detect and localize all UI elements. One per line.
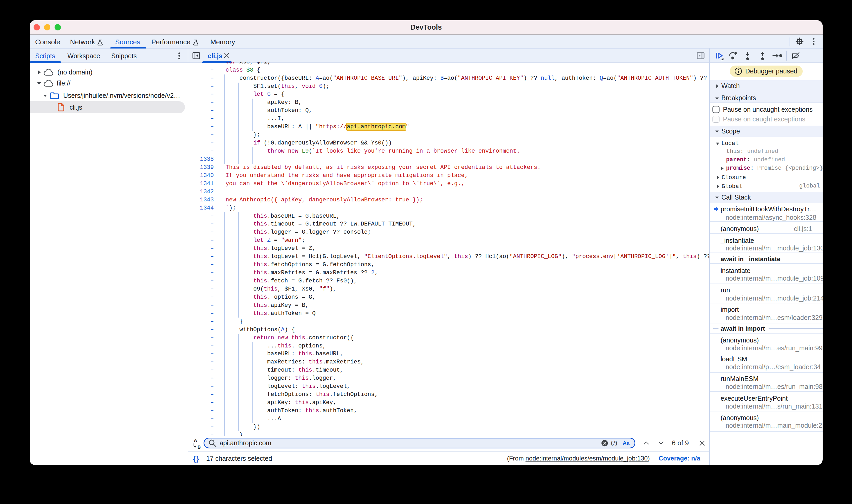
- svg-text:A: A: [194, 438, 197, 443]
- svg-text:B: B: [197, 445, 201, 450]
